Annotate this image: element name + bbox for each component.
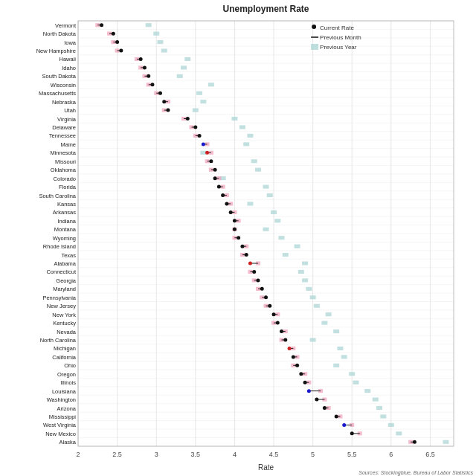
svg-rect-103 xyxy=(184,57,190,61)
svg-text:Missouri: Missouri xyxy=(55,158,76,165)
svg-rect-123 xyxy=(196,91,202,95)
svg-text:Louisiana: Louisiana xyxy=(52,388,77,395)
svg-text:California: California xyxy=(52,354,77,361)
chart-container: Unemployment Rate22.533.544.555.566.5Rat… xyxy=(0,0,476,476)
svg-point-141 xyxy=(186,117,190,120)
svg-text:2: 2 xyxy=(76,451,80,458)
svg-point-255 xyxy=(272,312,276,316)
svg-point-166 xyxy=(209,159,213,163)
svg-point-215 xyxy=(240,245,244,248)
svg-rect-88 xyxy=(153,32,159,36)
svg-point-310 xyxy=(323,406,327,410)
svg-text:Tennessee: Tennessee xyxy=(49,132,76,139)
svg-text:Maine: Maine xyxy=(61,141,76,148)
svg-point-220 xyxy=(245,253,248,257)
svg-point-210 xyxy=(237,236,240,239)
svg-text:Wisconsin: Wisconsin xyxy=(51,82,76,89)
svg-rect-242 xyxy=(310,295,316,299)
svg-rect-232 xyxy=(302,278,308,282)
svg-rect-252 xyxy=(326,312,332,316)
svg-rect-247 xyxy=(314,304,320,308)
svg-text:4: 4 xyxy=(233,451,237,458)
svg-text:Michigan: Michigan xyxy=(54,345,76,352)
svg-text:Washington: Washington xyxy=(47,396,76,403)
svg-point-300 xyxy=(307,389,311,393)
svg-rect-327 xyxy=(443,440,448,444)
svg-text:Pennsylvania: Pennsylvania xyxy=(42,295,76,301)
svg-rect-153 xyxy=(243,142,249,146)
svg-point-76 xyxy=(312,25,316,29)
svg-text:Rhode Island: Rhode Island xyxy=(43,243,76,250)
svg-text:Rate: Rate xyxy=(258,463,274,472)
svg-rect-217 xyxy=(283,253,289,257)
svg-text:Georgia: Georgia xyxy=(56,277,77,284)
svg-text:Iowa: Iowa xyxy=(64,39,77,46)
svg-point-265 xyxy=(280,329,283,333)
svg-text:Unemployment Rate: Unemployment Rate xyxy=(222,4,309,14)
svg-text:Alabama: Alabama xyxy=(54,260,76,267)
svg-text:West Virginia: West Virginia xyxy=(43,422,77,428)
svg-text:Colorado: Colorado xyxy=(54,176,76,182)
svg-text:Hawaii: Hawaii xyxy=(59,56,76,62)
svg-rect-193 xyxy=(271,210,277,214)
svg-rect-203 xyxy=(263,228,269,231)
svg-text:Maryland: Maryland xyxy=(53,286,76,292)
svg-point-151 xyxy=(198,134,202,138)
svg-rect-257 xyxy=(321,321,327,325)
svg-rect-148 xyxy=(247,134,253,138)
svg-rect-212 xyxy=(295,245,300,248)
svg-text:Vermont: Vermont xyxy=(55,22,77,29)
svg-text:Nevada: Nevada xyxy=(57,329,77,335)
svg-rect-227 xyxy=(298,270,304,274)
svg-rect-143 xyxy=(239,125,245,129)
svg-rect-188 xyxy=(247,202,253,205)
svg-point-240 xyxy=(260,287,264,291)
svg-text:Previous Month: Previous Month xyxy=(320,34,361,41)
svg-rect-277 xyxy=(341,355,347,358)
svg-point-106 xyxy=(139,57,143,61)
svg-point-126 xyxy=(158,91,162,95)
svg-text:Wyoming: Wyoming xyxy=(53,235,76,242)
svg-text:Current Rate: Current Rate xyxy=(320,25,354,31)
svg-text:North Carolina: North Carolina xyxy=(40,337,77,344)
svg-point-86 xyxy=(100,23,103,27)
svg-text:Ohio: Ohio xyxy=(64,362,76,369)
svg-text:Massachusetts: Massachusetts xyxy=(39,90,76,97)
svg-text:New Mexico: New Mexico xyxy=(45,431,76,437)
svg-rect-118 xyxy=(208,83,214,86)
svg-text:Delaware: Delaware xyxy=(52,124,76,131)
svg-point-330 xyxy=(413,440,416,444)
svg-point-201 xyxy=(233,219,237,222)
svg-text:Oklahoma: Oklahoma xyxy=(51,167,77,173)
svg-rect-98 xyxy=(161,48,167,52)
svg-rect-287 xyxy=(349,372,355,376)
svg-text:Arkansas: Arkansas xyxy=(53,209,77,216)
svg-text:Connecticut: Connecticut xyxy=(46,268,77,275)
svg-point-121 xyxy=(150,83,154,86)
svg-point-116 xyxy=(147,74,150,78)
svg-point-315 xyxy=(335,414,338,418)
svg-point-325 xyxy=(350,431,354,435)
svg-text:2.5: 2.5 xyxy=(112,451,122,458)
svg-text:New York: New York xyxy=(52,312,76,318)
svg-rect-267 xyxy=(310,338,316,341)
svg-point-196 xyxy=(229,210,233,214)
svg-text:Montana: Montana xyxy=(54,226,77,233)
svg-point-260 xyxy=(276,321,280,325)
svg-rect-262 xyxy=(333,329,339,333)
svg-text:5: 5 xyxy=(311,451,315,458)
svg-point-280 xyxy=(292,355,295,358)
svg-text:New Jersey: New Jersey xyxy=(47,303,76,309)
svg-rect-272 xyxy=(337,347,343,350)
svg-point-275 xyxy=(288,347,292,350)
svg-rect-312 xyxy=(380,414,386,418)
svg-point-205 xyxy=(233,228,237,231)
svg-text:6: 6 xyxy=(389,451,393,458)
svg-rect-113 xyxy=(177,74,183,78)
svg-point-146 xyxy=(193,126,197,129)
svg-point-320 xyxy=(342,423,346,427)
svg-point-295 xyxy=(303,381,307,385)
svg-point-230 xyxy=(252,270,256,274)
svg-point-245 xyxy=(264,295,268,299)
svg-point-131 xyxy=(162,100,166,103)
